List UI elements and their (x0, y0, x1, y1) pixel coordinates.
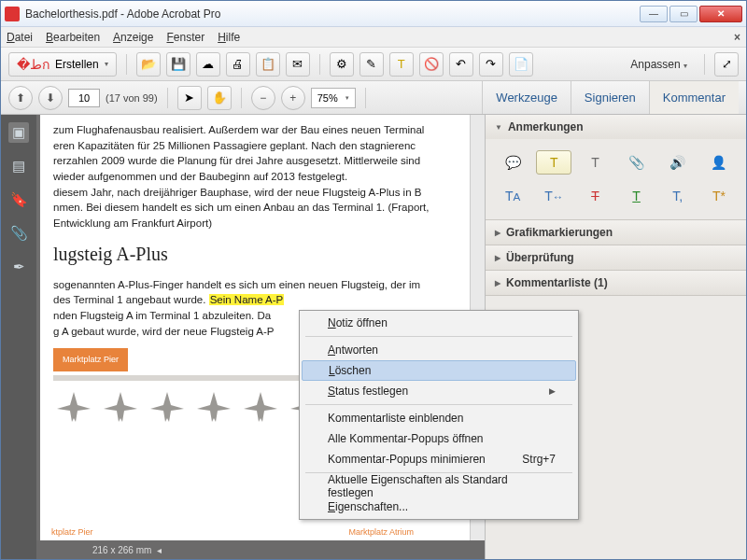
create-pdf-icon: �طก (17, 54, 49, 75)
bookmarks-icon[interactable]: 🔖 (8, 189, 29, 210)
tab-signieren[interactable]: Signieren (571, 81, 649, 114)
sticky-note-tool[interactable]: 💬 (495, 150, 530, 175)
app-window: Bachelorthesis.pdf - Adobe Acrobat Pro —… (0, 0, 747, 560)
left-nav-rail: ▣ ▤ 🔖 📎 ✒ (1, 115, 36, 559)
highlight-text-tool[interactable]: T (536, 150, 571, 175)
select-tool[interactable]: ➤ (177, 86, 202, 110)
menu-fenster[interactable]: Fenster (166, 31, 204, 44)
airplane-icon (193, 388, 234, 426)
gear-button[interactable]: ⚙ (330, 52, 354, 77)
page-up-button[interactable]: ⬆ (8, 86, 33, 110)
ctx-notiz-oeffnen[interactable]: Notiz öffnen (302, 313, 576, 333)
create-label: Erstellen (55, 58, 99, 71)
save-button[interactable]: 💾 (166, 52, 190, 77)
ctx-eigenschaften[interactable]: Eigenschaften... (302, 497, 576, 517)
open-button[interactable]: 📂 (136, 52, 161, 77)
heading: lugsteig A-Plus (53, 241, 457, 268)
close-button[interactable]: ✕ (699, 6, 742, 22)
ctx-als-standard[interactable]: Aktuelle Eigenschaften als Standard fest… (302, 476, 576, 497)
toolbar-nav: ⬆ ⬇ (17 von 99) ➤ ✋ − + 75%▾ Werkzeuge S… (1, 81, 746, 115)
strikethrough-tool[interactable]: T (577, 184, 613, 208)
section-kommentarliste[interactable]: ▶Kommentarliste (1) (486, 271, 746, 295)
page-count: (17 von 99) (106, 92, 158, 104)
annotation-tools: 💬 T T 📎 🔊 👤 TA T↔ T T T, T* (486, 139, 746, 219)
status-bar: 216 x 266 mm ◂ (36, 540, 485, 559)
text-line: zum Flughafenausbau realisiert. Außerdem… (53, 122, 457, 138)
text-tool[interactable]: T (577, 150, 613, 175)
context-menu: Notiz öffnen Antworten Löschen Status fe… (299, 310, 579, 520)
text-line: nmen. Bei diesem handelt es sich um eine… (53, 200, 457, 216)
ctx-loeschen[interactable]: Löschen (302, 360, 576, 381)
attach-file-tool[interactable]: 📎 (619, 150, 655, 175)
toolbar-primary: �طก Erstellen ▾ 📂 💾 ☁ 🖨 📋 ✉ ⚙ ✎ T 🚫 ↶ ↷ … (1, 48, 746, 81)
text-line: eren Kapazitäten für 25 Millionen Passag… (53, 138, 457, 154)
replace-text-tool[interactable]: T↔ (536, 184, 571, 208)
sound-tool[interactable]: 🔊 (660, 150, 696, 175)
window-title: Bachelorthesis.pdf - Adobe Acrobat Pro (25, 7, 640, 21)
hand-tool[interactable]: ✋ (207, 86, 232, 110)
insert-text-tool[interactable]: TA (495, 184, 530, 208)
text-correction-tool[interactable]: T* (701, 184, 737, 208)
ctx-alle-popups-oeffnen[interactable]: Alle Kommentar-Popups öffnen (302, 428, 576, 449)
pier-label: ktplatz Pier (51, 526, 93, 539)
pier-box: Marktplatz Pier (53, 348, 128, 371)
tab-kommentar[interactable]: Kommentar (649, 81, 739, 114)
underline-tool[interactable]: T (619, 184, 655, 208)
menu-datei[interactable]: Datei (7, 31, 33, 44)
airplane-icon (53, 388, 94, 426)
text-line: sogenannten A-Plus-Finger handelt es sic… (53, 277, 457, 293)
create-button[interactable]: �طก Erstellen ▾ (8, 52, 117, 77)
signatures-icon[interactable]: ✒ (8, 257, 29, 277)
add-note-tool[interactable]: T, (660, 184, 696, 208)
text-line: Entwicklung am Frankfurt Airport) (53, 216, 457, 231)
section-grafik[interactable]: ▶Grafikmarkierungen (486, 220, 746, 245)
title-bar: Bachelorthesis.pdf - Adobe Acrobat Pro —… (1, 1, 746, 27)
customize-button[interactable]: Anpassen ▾ (623, 58, 695, 71)
form-button[interactable]: 📄 (509, 52, 533, 77)
airplane-icon (100, 388, 141, 426)
maximize-button[interactable]: ▭ (669, 6, 698, 22)
tab-werkzeuge[interactable]: Werkzeuge (482, 81, 571, 114)
menu-anzeige[interactable]: Anzeige (113, 31, 153, 44)
ctx-status-festlegen[interactable]: Status festlegen▶ (302, 381, 576, 401)
zoom-select[interactable]: 75%▾ (311, 88, 356, 108)
attachments-icon[interactable]: 📎 (8, 223, 29, 244)
mail-button[interactable]: ✉ (286, 52, 310, 77)
page-down-button[interactable]: ⬇ (38, 86, 63, 110)
menu-bar: Datei Bearbeiten Anzeige Fenster Hilfe × (1, 27, 746, 48)
menu-hilfe[interactable]: Hilfe (218, 31, 240, 44)
ctx-antworten[interactable]: Antworten (302, 340, 576, 360)
highlight-tool-button[interactable]: T (389, 52, 414, 77)
section-anmerkungen[interactable]: ▼Anmerkungen (486, 115, 746, 139)
menu-close-doc[interactable]: × (734, 31, 740, 44)
section-ueberpruefung[interactable]: ▶Überprüfung (486, 245, 746, 270)
ctx-kommentarliste-einblenden[interactable]: Kommentarliste einblenden (302, 408, 576, 428)
cloud-button[interactable]: ☁ (196, 52, 220, 77)
text-line: des Terminal 1 angebaut wurde. Sein Name… (53, 292, 457, 308)
airplane-icon (147, 388, 188, 426)
text-line: diesem Jahr, nach dreijähriger Bauphase,… (53, 185, 457, 201)
rotate-right-button[interactable]: ↷ (479, 52, 503, 77)
text-line: wieder aufgenommen und der Baubeginn auf… (53, 169, 457, 185)
highlighted-text[interactable]: Sein Name A-P (209, 294, 285, 305)
zoom-out-button[interactable]: − (251, 86, 275, 110)
edit-text-button[interactable]: ✎ (359, 52, 384, 77)
minimize-button[interactable]: — (640, 6, 668, 22)
airplane-icon (240, 388, 281, 426)
page-size: 216 x 266 mm (92, 545, 151, 555)
page-number-input[interactable] (68, 89, 100, 107)
rotate-left-button[interactable]: ↶ (449, 52, 473, 77)
acrobat-icon (5, 7, 20, 21)
delete-page-button[interactable]: 🚫 (419, 52, 444, 77)
zoom-in-button[interactable]: + (281, 86, 305, 110)
print-button[interactable]: 🖨 (226, 52, 250, 77)
menu-bearbeiten[interactable]: Bearbeiten (46, 31, 100, 44)
atrium-label: Marktplatz Atrium (348, 526, 414, 539)
stamp-tool[interactable]: 👤 (701, 150, 737, 175)
pages-icon[interactable]: ▤ (8, 156, 29, 176)
thumbnails-icon[interactable]: ▣ (8, 122, 29, 143)
ctx-popups-minimieren[interactable]: Kommentar-Popups minimierenStrg+7 (302, 449, 576, 469)
text-line: rerzahlen 2009 wurde die Planung für dre… (53, 153, 457, 169)
expand-button[interactable]: ⤢ (714, 52, 739, 77)
find-button[interactable]: 📋 (256, 52, 280, 77)
